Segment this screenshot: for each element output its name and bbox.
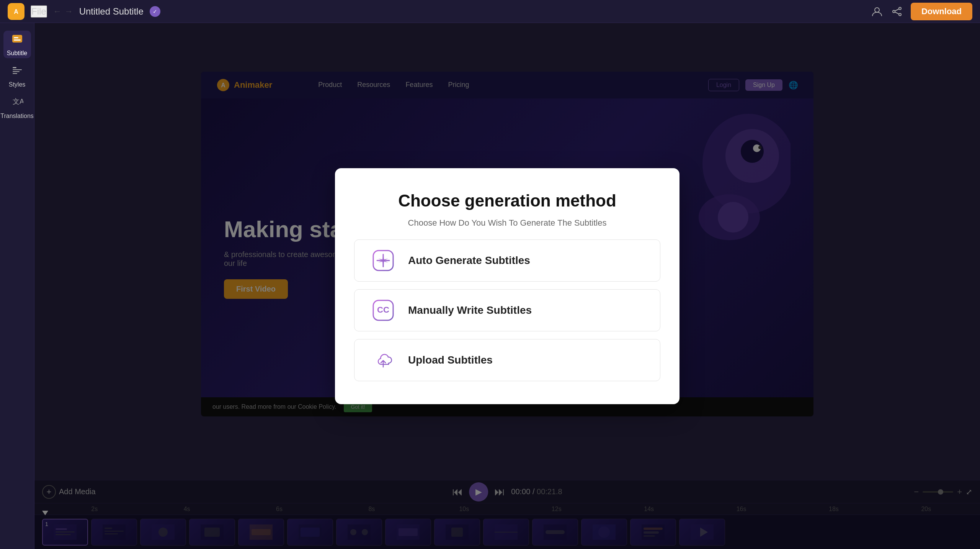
modal-title: Choose generation method [398,191,616,210]
svg-line-6 [895,9,899,11]
auto-generate-icon [372,249,395,272]
undo-redo-group: ← → [53,7,73,16]
auto-generate-label: Auto Generate Subtitles [408,254,530,267]
sidebar-item-styles[interactable]: Styles [3,62,31,90]
auto-generate-icon-container [370,247,397,274]
sidebar-translations-label: Translations [0,113,34,120]
svg-text:A: A [14,8,18,15]
modal-subtitle: Choose How Do You Wish To Generate The S… [408,218,607,228]
svg-line-7 [895,12,899,14]
file-menu[interactable]: File [31,5,47,18]
upload-icon-container [370,347,397,374]
svg-rect-10 [14,39,21,41]
manually-write-icon-container: CC [370,297,397,324]
translations-icon: 文A [11,95,23,110]
svg-text:CC: CC [377,305,389,315]
svg-rect-9 [14,37,18,38]
left-sidebar: Subtitle Styles 文A Translations [0,23,34,549]
svg-rect-13 [13,71,20,72]
svg-text:文A: 文A [13,98,23,105]
content-area: A Animaker Product Resources Features Pr… [34,23,980,549]
svg-point-3 [893,10,895,13]
topbar-right-actions: Download [871,3,972,20]
undo-button[interactable]: ← [53,7,62,16]
share-icon-button[interactable] [891,5,903,18]
app-logo: A [8,3,24,20]
sidebar-item-subtitle[interactable]: Subtitle [3,31,31,58]
svg-point-2 [875,8,879,12]
svg-rect-14 [13,73,17,74]
svg-rect-12 [13,69,22,70]
profile-icon-button[interactable] [871,5,883,18]
main-layout: Subtitle Styles 文A Translations [0,23,980,549]
svg-rect-11 [13,67,16,68]
redo-button[interactable]: → [65,7,73,16]
modal-options: Auto Generate Subtitles [354,239,660,381]
document-title: Untitled Subtitle [79,6,144,17]
svg-rect-8 [12,35,22,43]
svg-point-5 [899,13,901,16]
sidebar-styles-label: Styles [9,81,26,88]
upload-icon [372,349,395,372]
sidebar-item-translations[interactable]: 文A Translations [3,93,31,121]
download-button[interactable]: Download [911,3,972,20]
subtitle-icon [11,33,23,48]
manually-write-icon: CC [372,299,395,322]
svg-point-4 [899,7,901,10]
upload-subtitles-option[interactable]: Upload Subtitles [354,339,660,381]
topbar: A File ← → Untitled Subtitle ✓ Download [0,0,980,23]
title-status-badge: ✓ [150,6,160,17]
manually-write-label: Manually Write Subtitles [408,304,532,316]
upload-subtitles-label: Upload Subtitles [408,354,493,366]
manually-write-option[interactable]: CC Manually Write Subtitles [354,289,660,331]
styles-icon [11,64,23,79]
sidebar-subtitle-label: Subtitle [7,50,27,57]
auto-generate-option[interactable]: Auto Generate Subtitles [354,239,660,282]
modal-overlay: Choose generation method Choose How Do Y… [34,23,980,549]
generation-method-modal: Choose generation method Choose How Do Y… [335,168,679,404]
